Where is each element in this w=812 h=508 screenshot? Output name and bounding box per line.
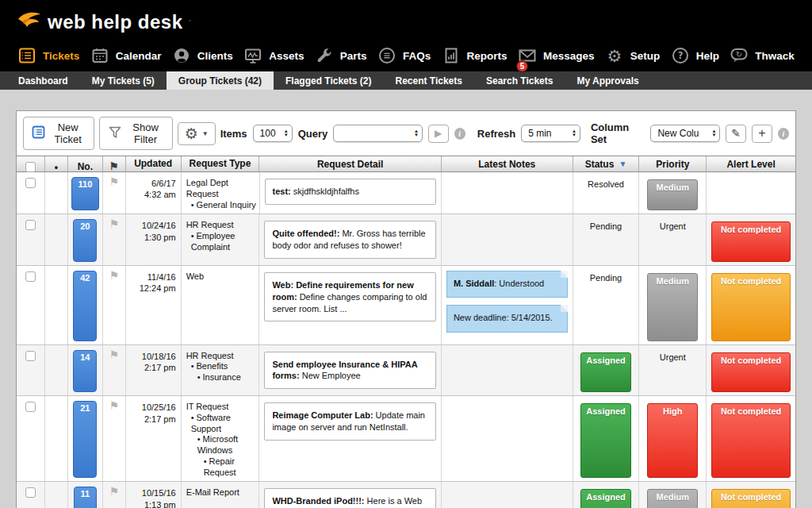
run-query-button[interactable]: ▶: [428, 125, 449, 143]
table-row[interactable]: 110 ⚑ 6/6/174:32 am Legal Dept Request• …: [17, 172, 795, 214]
request-detail-box[interactable]: test: skjdfhskldjhfalfhs: [265, 179, 436, 205]
select-all-checkbox[interactable]: [25, 162, 36, 172]
ticket-number-badge[interactable]: 21: [73, 401, 97, 478]
priority-cell: Medium: [639, 172, 707, 214]
flag-column-header[interactable]: ⚑: [103, 156, 126, 171]
ticket-number-badge[interactable]: 14: [73, 350, 97, 393]
tab-my-tickets-5[interactable]: My Tickets (5): [80, 71, 167, 90]
row-checkbox[interactable]: [25, 351, 36, 361]
updated-column-header[interactable]: Updated: [126, 156, 182, 171]
status-badge: Assigned: [580, 352, 631, 393]
flag-icon[interactable]: ⚑: [109, 486, 120, 508]
nav-item-reports[interactable]: Reports: [442, 46, 508, 65]
updated-cell: 11/4/1612:24 pm: [126, 266, 182, 344]
messages-count-badge: 5: [516, 60, 528, 72]
request-detail-box[interactable]: Quite offended!: Mr. Gross has terrible …: [264, 221, 435, 259]
alert-level-badge: Not completed: [711, 221, 791, 262]
query-select[interactable]: [333, 125, 423, 142]
request-type-line: • General Inquiry: [186, 200, 257, 211]
ticket-number-badge[interactable]: 42: [73, 271, 97, 341]
number-column-header[interactable]: No.: [68, 156, 103, 171]
table-row[interactable]: 14 ⚑ 10/18/162:17 pm HR Request• Benefit…: [17, 345, 795, 397]
priority-column-header[interactable]: Priority: [639, 156, 707, 171]
nav-item-help[interactable]: ?Help: [671, 46, 719, 65]
note-card[interactable]: M. Siddall: Understood: [446, 271, 568, 298]
latest-notes-cell: [442, 345, 573, 396]
column-set-info-icon[interactable]: i: [778, 128, 789, 140]
request-detail-box[interactable]: Reimage Computer Lab: Update main image …: [264, 402, 435, 441]
updated-date: 10/24/16: [129, 220, 176, 231]
table-row[interactable]: 42 ⚑ 11/4/1612:24 pm Web Web: Define req…: [17, 266, 795, 345]
tab-group-tickets-42[interactable]: Group Tickets (42): [167, 71, 274, 90]
request-detail-box[interactable]: Send employee Insurance & HIPAA forms: N…: [264, 352, 435, 390]
ticket-list-icon: [32, 125, 45, 141]
trademark-mark: ': [190, 18, 191, 26]
tab-search-tickets[interactable]: Search Tickets: [474, 71, 565, 90]
ticket-number-badge[interactable]: 11: [74, 487, 98, 508]
flag-icon[interactable]: ⚑: [109, 270, 120, 341]
table-body: 110 ⚑ 6/6/174:32 am Legal Dept Request• …: [17, 172, 795, 508]
ticket-number-badge[interactable]: 20: [73, 219, 97, 262]
priority-badge: Medium: [647, 489, 698, 508]
flag-icon[interactable]: ⚑: [109, 349, 120, 393]
edit-column-set-button[interactable]: ✎: [726, 125, 746, 143]
updated-time: 2:17 pm: [129, 362, 176, 373]
nav-item-parts[interactable]: Parts: [315, 46, 367, 65]
refresh-interval-select[interactable]: 5 min: [521, 125, 580, 142]
priority-cell: Medium: [639, 266, 707, 344]
table-header-row: • No. ⚑ Updated Request Type Request Det…: [17, 156, 795, 172]
tab-flagged-tickets-2[interactable]: Flagged Tickets (2): [274, 71, 383, 90]
request-type-column-header[interactable]: Request Type: [182, 156, 260, 171]
row-checkbox[interactable]: [25, 402, 36, 412]
nav-item-setup[interactable]: ⚙Setup: [605, 46, 661, 65]
updated-cell: 10/24/161:30 pm: [126, 214, 182, 265]
request-type-line: Legal Dept Request: [186, 178, 257, 200]
status-cell: Resolved: [573, 172, 640, 214]
new-ticket-button[interactable]: New Ticket: [23, 117, 94, 150]
request-detail-column-header[interactable]: Request Detail: [259, 156, 442, 171]
alert-level-cell: Not completed: [707, 266, 795, 344]
flag-icon[interactable]: ⚑: [109, 400, 120, 478]
bulk-actions-gear-button[interactable]: ⚙ ▼: [178, 122, 216, 145]
nav-item-messages[interactable]: 5Messages: [518, 46, 595, 65]
row-checkbox[interactable]: [25, 487, 36, 498]
note-card[interactable]: New deadline: 5/14/2015.: [446, 305, 568, 332]
flag-icon[interactable]: ⚑: [109, 176, 120, 210]
tab-my-approvals[interactable]: My Approvals: [565, 71, 650, 90]
tab-recent-tickets[interactable]: Recent Tickets: [383, 71, 474, 90]
add-column-set-button[interactable]: +: [752, 125, 772, 143]
table-row[interactable]: 20 ⚑ 10/24/161:30 pm HR Request• Employe…: [17, 214, 795, 266]
column-set-select[interactable]: New Colu: [650, 125, 720, 142]
table-row[interactable]: 21 ⚑ 10/25/162:17 pm IT Request• Softwar…: [17, 396, 795, 482]
latest-notes-column-header[interactable]: Latest Notes: [442, 156, 573, 171]
request-detail-box[interactable]: WHD-Branded iPod!!!: Here is a Web Help …: [264, 488, 435, 508]
priority-cell: Urgent: [639, 345, 707, 396]
table-row[interactable]: 11 ⚑ 10/15/161:13 pm E-Mail Report WHD-B…: [17, 482, 795, 508]
alert-level-column-header[interactable]: Alert Level: [707, 156, 795, 171]
sort-descending-icon: ▼: [619, 160, 626, 168]
status-column-header[interactable]: Status ▼: [573, 156, 640, 171]
nav-item-faqs[interactable]: FAQs: [377, 46, 431, 65]
tickets-icon: [17, 46, 36, 65]
row-checkbox[interactable]: [25, 178, 36, 188]
nav-label: Calendar: [116, 50, 162, 62]
updated-date: 10/15/16: [129, 487, 176, 498]
unread-cell: [45, 482, 68, 508]
request-type-line: HR Request: [186, 220, 257, 231]
query-info-icon[interactable]: i: [454, 128, 465, 140]
nav-item-assets[interactable]: Assets: [243, 46, 304, 65]
ticket-number-badge[interactable]: 110: [71, 177, 100, 210]
items-per-page-select[interactable]: 100: [253, 125, 293, 142]
flag-icon[interactable]: ⚑: [109, 218, 120, 262]
alert-level-badge: Not completed: [711, 352, 791, 393]
row-checkbox[interactable]: [25, 220, 36, 230]
request-detail-box[interactable]: Web: Define requirements for new room: D…: [264, 272, 435, 322]
nav-item-clients[interactable]: Clients: [172, 46, 233, 65]
nav-item-calendar[interactable]: Calendar: [90, 46, 162, 65]
show-filter-button[interactable]: Show Filter: [99, 117, 172, 150]
nav-item-thwack[interactable]: ↻Thwack: [730, 46, 795, 65]
alert-level-cell: Not completed: [707, 396, 795, 481]
tab-dashboard[interactable]: Dashboard: [6, 71, 80, 90]
row-checkbox[interactable]: [25, 271, 36, 282]
nav-item-tickets[interactable]: Tickets: [17, 46, 79, 65]
